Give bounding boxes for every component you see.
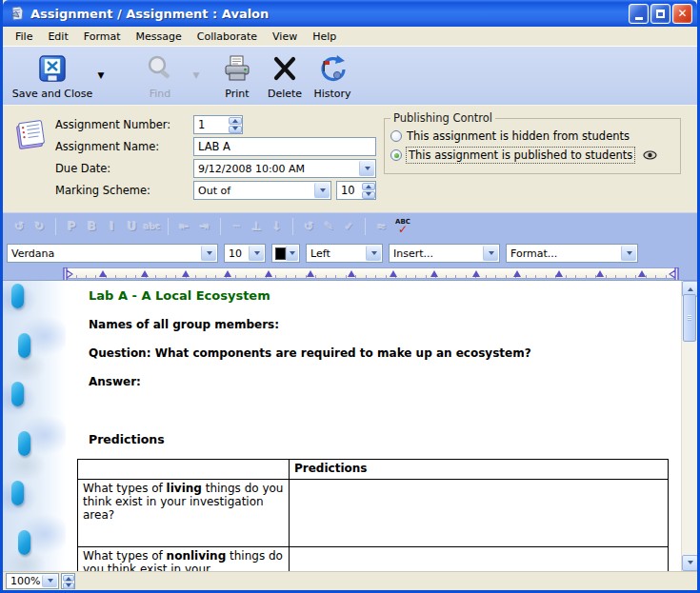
- paragraph-icon[interactable]: P: [63, 218, 81, 236]
- dropdown-button[interactable]: [621, 246, 636, 261]
- points-spinner[interactable]: 10: [336, 181, 376, 200]
- history-button[interactable]: History: [308, 49, 357, 105]
- font-family-dropdown[interactable]: Verdana: [7, 244, 218, 263]
- hidden-option-label[interactable]: This assignment is hidden from students: [407, 129, 630, 143]
- question-cell[interactable]: What types of nonliving things do you th…: [78, 547, 290, 572]
- format-dropdown[interactable]: Format...: [506, 244, 638, 263]
- tab-stop-marker[interactable]: [307, 270, 314, 277]
- dropdown-button[interactable]: [201, 246, 216, 261]
- menu-help[interactable]: Help: [305, 29, 344, 45]
- tab-stop-marker[interactable]: [430, 270, 438, 277]
- published-option-row[interactable]: This assignment is published to students: [390, 146, 674, 165]
- find-button[interactable]: Find: [130, 49, 190, 105]
- menu-edit[interactable]: Edit: [40, 29, 75, 45]
- font-color-dropdown[interactable]: [271, 244, 300, 263]
- ruler[interactable]: [66, 267, 676, 279]
- predictions-heading: Predictions: [89, 432, 674, 446]
- dropdown-button[interactable]: [366, 246, 381, 261]
- due-date-dropdown[interactable]: 9/12/2008 10:00 AM: [193, 159, 376, 178]
- history-label: History: [313, 88, 350, 100]
- scroll-down-button[interactable]: [682, 555, 697, 571]
- question-cell[interactable]: What types of living things do you think…: [78, 480, 290, 547]
- save-dropdown-arrow[interactable]: ▼: [94, 70, 108, 105]
- delete-button[interactable]: Delete: [262, 49, 308, 105]
- tab-stop-marker[interactable]: [638, 270, 646, 277]
- tab-stop-marker[interactable]: [348, 270, 355, 277]
- vertical-scrollbar[interactable]: [681, 281, 697, 571]
- insert-rule-icon[interactable]: ┄: [228, 218, 246, 236]
- indent-decrease-icon[interactable]: ⇤: [175, 218, 193, 236]
- assignment-number-spinner[interactable]: 1: [193, 115, 243, 134]
- right-indent-marker[interactable]: [669, 267, 679, 281]
- close-button[interactable]: ✕: [672, 4, 692, 24]
- hidden-option-row[interactable]: This assignment is hidden from students: [390, 127, 674, 146]
- indent-increase-icon[interactable]: ⇥: [195, 218, 213, 236]
- spin-up-button[interactable]: [362, 183, 375, 190]
- underline-icon[interactable]: U: [123, 218, 141, 236]
- assignment-number-value[interactable]: 1: [194, 116, 228, 133]
- menu-file[interactable]: File: [8, 29, 40, 45]
- spellcheck-icon[interactable]: ABC✓: [392, 216, 413, 237]
- tab-stop-marker[interactable]: [99, 270, 107, 277]
- font-size-dropdown[interactable]: 10: [224, 244, 266, 263]
- tab-stop-marker[interactable]: [472, 270, 480, 277]
- tab-stop-marker[interactable]: [265, 270, 272, 277]
- tab-stop-marker[interactable]: [141, 270, 149, 277]
- rotate-icon[interactable]: ↺: [300, 218, 318, 236]
- scrollbar-thumb[interactable]: [683, 294, 696, 342]
- tab-stop-marker[interactable]: [390, 270, 397, 277]
- predictions-table: Predictions What types of living things …: [77, 459, 669, 571]
- marking-scheme-dropdown[interactable]: Out of: [193, 181, 331, 200]
- answer-cell[interactable]: [290, 547, 669, 572]
- maximize-button[interactable]: [650, 4, 670, 24]
- tab-stop-marker[interactable]: [513, 270, 521, 277]
- tab-stop-marker[interactable]: [596, 270, 604, 277]
- zoom-spinner[interactable]: [61, 573, 75, 589]
- marking-scheme-value: Out of: [194, 185, 313, 197]
- radio-hidden[interactable]: [390, 130, 402, 142]
- menu-format[interactable]: Format: [76, 29, 129, 45]
- document-editor[interactable]: Lab A - A Local Ecosystem Names of all g…: [3, 280, 697, 571]
- menu-collaborate[interactable]: Collaborate: [190, 29, 265, 45]
- assignment-name-input[interactable]: LAB A: [193, 137, 376, 156]
- dropdown-button[interactable]: [249, 246, 264, 261]
- arrow-up-icon: [688, 285, 693, 291]
- tab-stop-marker[interactable]: [555, 270, 563, 277]
- radio-published[interactable]: [390, 149, 402, 161]
- spin-down-button[interactable]: [63, 583, 74, 589]
- signature-icon[interactable]: ≈: [372, 218, 390, 236]
- alignment-dropdown[interactable]: Left: [306, 244, 383, 263]
- answer-cell[interactable]: [290, 480, 669, 547]
- minimize-button[interactable]: [629, 4, 649, 24]
- baseline-icon[interactable]: ⊥: [248, 218, 266, 236]
- dropdown-button[interactable]: [286, 246, 298, 261]
- tab-stop-marker[interactable]: [224, 270, 231, 277]
- italic-icon[interactable]: I: [103, 218, 121, 236]
- document-content[interactable]: Lab A - A Local Ecosystem Names of all g…: [77, 281, 674, 571]
- menu-message[interactable]: Message: [129, 29, 190, 45]
- strikethrough-icon[interactable]: abc: [143, 218, 161, 236]
- menu-view[interactable]: View: [265, 29, 305, 45]
- spin-up-button[interactable]: [63, 575, 74, 582]
- spin-down-button[interactable]: [229, 126, 242, 133]
- left-indent-marker[interactable]: [63, 267, 73, 281]
- tab-stop-marker[interactable]: [182, 270, 190, 277]
- redo-icon[interactable]: ↻: [30, 218, 49, 236]
- spin-down-button[interactable]: [362, 191, 375, 199]
- zoom-dropdown[interactable]: 100%: [6, 573, 59, 589]
- save-and-close-button[interactable]: Save and Close: [10, 49, 94, 105]
- move-down-icon[interactable]: ↓: [268, 218, 286, 236]
- bold-icon[interactable]: B: [83, 218, 101, 236]
- accept-icon[interactable]: ✓: [340, 218, 358, 236]
- insert-dropdown[interactable]: Insert...: [389, 244, 500, 263]
- points-value[interactable]: 10: [337, 182, 361, 199]
- dropdown-button[interactable]: [359, 161, 374, 176]
- dropdown-button[interactable]: [42, 575, 57, 587]
- published-option-label[interactable]: This assignment is published to students: [407, 148, 634, 163]
- dropdown-button[interactable]: [314, 183, 330, 198]
- undo-icon[interactable]: ↺: [10, 218, 29, 236]
- pencil-icon[interactable]: ✎: [320, 218, 338, 236]
- dropdown-button[interactable]: [483, 246, 498, 261]
- spin-up-button[interactable]: [229, 117, 242, 125]
- print-button[interactable]: Print: [216, 49, 258, 105]
